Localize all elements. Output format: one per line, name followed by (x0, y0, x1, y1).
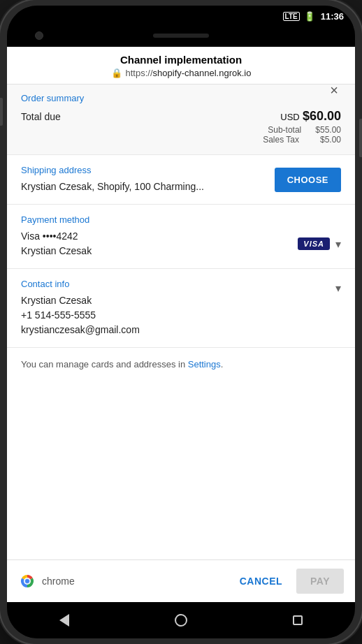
contact-phone: +1 514-555-5555 (21, 308, 140, 323)
close-button[interactable]: × (330, 83, 338, 97)
back-icon (59, 614, 69, 627)
home-button[interactable] (175, 614, 187, 627)
phone-screen: LTE 🔋 11:36 Channel implementation 🔒 htt… (7, 6, 355, 638)
shipping-address: Krystian Czesak, Shopify, 100 Charming..… (21, 180, 204, 194)
payment-title: Payment method (21, 214, 341, 225)
page-title: Channel implementation (17, 54, 345, 66)
tax-value: $5.00 (320, 135, 341, 145)
payment-info: Visa ••••4242 Krystian Czesak (21, 229, 92, 258)
payment-section: Payment method Visa ••••4242 Krystian Cz… (7, 205, 355, 269)
navigation-bar (7, 602, 355, 638)
chrome-branding: chrome (18, 572, 75, 590)
shipping-title: Shipping address (21, 165, 204, 175)
shipping-section: Shipping address Krystian Czesak, Shopif… (7, 155, 355, 205)
tax-row: Sales Tax $5.00 (263, 135, 341, 145)
total-due-label: Total due (21, 111, 61, 122)
contact-section: Contact info Krystian Czesak +1 514-555-… (7, 269, 355, 348)
subtotal-label: Sub-total (268, 125, 301, 135)
total-amount: $60.00 (303, 109, 341, 123)
power-button[interactable] (359, 119, 362, 157)
settings-link[interactable]: Settings (188, 359, 221, 369)
visa-badge: VISA (298, 237, 330, 250)
browser-bar: Channel implementation 🔒 https://shopify… (7, 47, 355, 85)
payment-selector[interactable]: VISA ▾ (298, 237, 341, 251)
bottom-actions: CANCEL PAY (231, 569, 344, 594)
spacer (7, 381, 355, 560)
url-bar: 🔒 https://shopify-channel.ngrok.io (17, 68, 345, 78)
shipping-info: Shipping address Krystian Czesak, Shopif… (21, 165, 204, 194)
lte-icon: LTE (283, 12, 300, 21)
subtotal-row: Sub-total $55.00 (268, 125, 341, 135)
contact-title: Contact info (21, 279, 140, 289)
settings-note: You can manage cards and addresses in Se… (7, 348, 355, 381)
url-text: https://shopify-channel.ngrok.io (126, 68, 252, 78)
tax-label: Sales Tax (263, 135, 299, 145)
recent-button[interactable] (293, 615, 303, 625)
volume-button[interactable] (0, 98, 3, 126)
lock-icon: 🔒 (111, 68, 122, 78)
home-icon (175, 614, 187, 627)
chrome-label: chrome (42, 576, 75, 587)
camera-area (7, 24, 355, 47)
phone: LTE 🔋 11:36 Channel implementation 🔒 htt… (0, 0, 362, 644)
subtotals: Sub-total $55.00 Sales Tax $5.00 (263, 125, 341, 145)
contact-chevron-down-icon[interactable]: ▾ (335, 281, 341, 295)
settings-note-text-after: . (221, 359, 224, 369)
chevron-down-icon[interactable]: ▾ (335, 237, 341, 251)
payment-row: Visa ••••4242 Krystian Czesak VISA ▾ (21, 229, 341, 258)
battery-icon: 🔋 (304, 11, 315, 22)
subtotal-value: $55.00 (315, 125, 341, 135)
time-display: 11:36 (321, 11, 344, 22)
back-button[interactable] (59, 614, 69, 627)
dialog-content: Order summary Total due USD $60.00 Sub-t… (7, 85, 355, 602)
contact-email: krystianczesak@gmail.com (21, 323, 140, 337)
speaker (153, 34, 209, 38)
card-holder: Krystian Czesak (21, 244, 92, 258)
contact-name: Krystian Czesak (21, 293, 140, 308)
url-scheme: https:// (126, 68, 153, 78)
order-summary-section: Order summary Total due USD $60.00 Sub-t… (7, 85, 355, 155)
contact-info: Contact info Krystian Czesak +1 514-555-… (21, 279, 140, 337)
total-due-amount: USD $60.00 (263, 109, 341, 124)
chrome-logo-icon (18, 572, 36, 590)
recent-icon (293, 615, 303, 625)
shipping-header: Shipping address Krystian Czesak, Shopif… (21, 165, 341, 194)
total-due-row: Total due USD $60.00 Sub-total $55 (21, 109, 341, 145)
cancel-button[interactable]: CANCEL (231, 570, 291, 592)
choose-button[interactable]: CHOOSE (275, 168, 341, 192)
currency-label: USD (280, 112, 299, 122)
url-host: shopify-channel.ngrok.io (153, 68, 252, 78)
bottom-bar: chrome CANCEL PAY (7, 559, 355, 602)
status-bar: LTE 🔋 11:36 (7, 6, 355, 24)
contact-header: Contact info Krystian Czesak +1 514-555-… (21, 279, 341, 337)
settings-note-text-before: You can manage cards and addresses in (21, 359, 188, 369)
screen: Channel implementation 🔒 https://shopify… (7, 47, 355, 602)
camera-dot (35, 31, 43, 40)
pay-button[interactable]: PAY (296, 569, 344, 594)
card-label: Visa ••••4242 (21, 229, 92, 244)
order-summary-link[interactable]: Order summary (21, 93, 341, 103)
